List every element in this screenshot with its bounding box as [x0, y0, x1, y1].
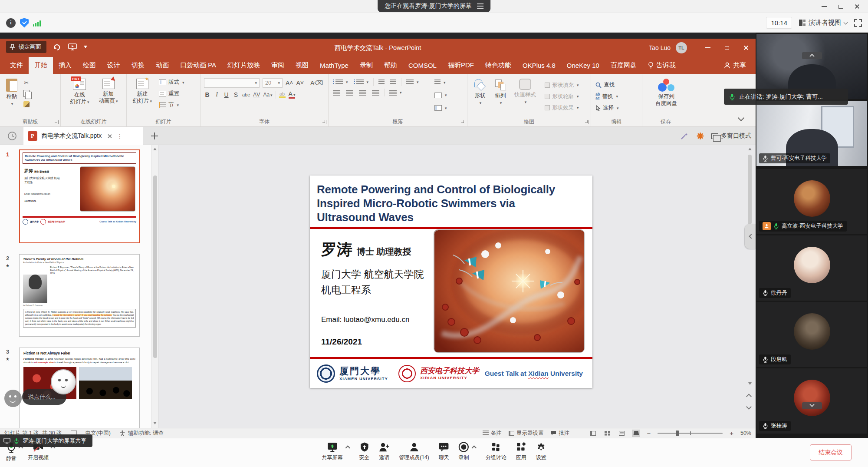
meeting-info-icon[interactable]: i — [6, 18, 16, 28]
tab-comsol[interactable]: COMSOL — [403, 57, 442, 74]
format-painter-button[interactable] — [22, 100, 31, 109]
underline-button[interactable]: U — [223, 91, 230, 98]
sidebar-collapse-handle[interactable] — [745, 224, 756, 249]
increase-indent-button[interactable] — [389, 79, 397, 86]
tab-pocket-animation[interactable]: 口袋动画 PA — [174, 57, 222, 74]
document-tab[interactable]: P 西电学术交流Talk.pptx ⋮ — [23, 127, 143, 145]
notes-button[interactable]: 备注 — [483, 430, 502, 437]
logo-strip[interactable]: 厦門大學 XIAMEN UNIVERSITY 西安电子科技大学 XIDIAN U… — [310, 359, 592, 388]
new-animation-page-button[interactable]: 新加动画页▾ — [96, 76, 121, 106]
font-dialog-launcher[interactable] — [322, 120, 326, 124]
zoom-in-button[interactable]: + — [730, 430, 733, 437]
decrease-indent-button[interactable] — [378, 79, 385, 86]
tab-special-features[interactable]: 特色功能 — [480, 57, 517, 74]
tab-slideshow[interactable]: 幻灯片放映 — [222, 57, 266, 74]
justify-button[interactable] — [371, 89, 380, 96]
tab-draw[interactable]: 绘图 — [77, 57, 102, 74]
layout-button[interactable]: 版式▾ — [158, 78, 185, 86]
plugin-flower-icon[interactable] — [697, 132, 704, 139]
normal-view-button[interactable] — [589, 430, 597, 436]
security-shield-icon[interactable] — [20, 18, 29, 28]
scroll-down-icon[interactable] — [153, 422, 157, 424]
display-settings-button[interactable]: 显示器设置 — [509, 430, 544, 437]
arrange-button[interactable]: 排列▾ — [492, 76, 509, 108]
align-text-button[interactable]: ▾ — [434, 92, 448, 99]
decrease-font-button[interactable]: A˅ — [296, 79, 304, 86]
tab-file[interactable]: 文件 — [4, 57, 29, 74]
scroll-up-icon[interactable] — [153, 148, 157, 150]
participant-tile[interactable]: 段启凯 — [756, 302, 867, 367]
fullscreen-icon[interactable] — [854, 19, 862, 27]
ppt-minimize-button[interactable] — [698, 39, 717, 57]
next-slide-button[interactable] — [747, 405, 752, 410]
collapse-tiles-button[interactable] — [802, 52, 822, 59]
collapse-ribbon-icon[interactable] — [738, 115, 745, 122]
document-tab-menu-icon[interactable]: ⋮ — [117, 133, 123, 139]
shape-outline-button[interactable]: 形状轮廓▾ — [544, 93, 580, 101]
tab-transitions[interactable]: 切换 — [126, 57, 150, 74]
tab-animations[interactable]: 动画 — [150, 57, 174, 74]
tab-record[interactable]: 录制 — [354, 57, 378, 74]
section-button[interactable]: 节▾ — [158, 101, 185, 109]
tab-foxit-pdf[interactable]: 福昕PDF — [442, 57, 480, 74]
comments-button[interactable]: 批注 — [550, 430, 569, 437]
zoom-slider[interactable] — [658, 433, 723, 434]
zoom-slider-thumb[interactable] — [676, 431, 679, 436]
shape-fill-button[interactable]: 形状填充▾ — [544, 81, 580, 89]
settings-button[interactable]: 设置 — [536, 442, 546, 461]
slide-thumbnail-3[interactable]: Fiction Is Not Always Fake! Fantastic Vo… — [19, 348, 140, 428]
emoji-button[interactable] — [4, 390, 22, 407]
lock-screen-button[interactable]: 锁定画面 — [6, 41, 46, 53]
tab-review[interactable]: 审阅 — [266, 57, 290, 74]
bold-button[interactable]: B — [204, 91, 210, 98]
slide-sorter-view-button[interactable] — [604, 430, 611, 436]
participant-tile[interactable]: 曹可-西安电子科技大学 — [756, 101, 867, 166]
align-center-button[interactable] — [345, 89, 354, 96]
clipboard-dialog-launcher[interactable] — [55, 120, 59, 124]
tab-baidu-netdisk[interactable]: 百度网盘 — [605, 57, 642, 74]
copy-button[interactable] — [22, 89, 31, 98]
strikethrough-button[interactable]: abe — [242, 92, 250, 97]
increase-font-button[interactable]: A˄ — [286, 79, 293, 86]
align-right-button[interactable] — [358, 89, 367, 96]
italic-button[interactable]: I — [214, 91, 220, 98]
share-options-icon[interactable] — [345, 445, 350, 450]
character-spacing-button[interactable]: A̲V̲ — [253, 92, 260, 98]
font-name-combo[interactable]: ▾ — [204, 78, 260, 88]
scroll-down-icon[interactable] — [748, 382, 752, 385]
vessel-illustration[interactable] — [434, 229, 585, 353]
tab-onekey[interactable]: OneKey 10 — [561, 57, 605, 74]
tab-design[interactable]: 设计 — [102, 57, 126, 74]
reset-button[interactable]: 重置 — [158, 89, 185, 98]
banner-menu-icon[interactable] — [477, 3, 483, 9]
highlight-color-button[interactable]: ab — [279, 91, 286, 98]
paste-button[interactable]: 粘贴▾ — [3, 76, 20, 109]
apps-button[interactable]: 应用 — [516, 442, 526, 461]
font-size-combo[interactable]: 20▾ — [263, 78, 283, 88]
tab-insert[interactable]: 插入 — [53, 57, 77, 74]
security-button[interactable]: 安全 — [359, 442, 369, 461]
magic-wand-icon[interactable] — [680, 132, 689, 140]
tab-help[interactable]: 帮助 — [378, 57, 403, 74]
clear-format-button[interactable]: A⌫ — [310, 79, 323, 86]
close-button[interactable] — [849, 0, 865, 13]
history-icon[interactable] — [7, 131, 17, 141]
participant-tile[interactable]: 徐丹丹 — [756, 235, 867, 301]
accessibility-status[interactable]: 辅助功能: 调查 — [119, 430, 164, 437]
smartart-convert-button[interactable]: ▾ — [434, 105, 448, 111]
record-options-icon[interactable] — [472, 445, 477, 450]
shape-effects-button[interactable]: 形状效果▾ — [544, 104, 580, 112]
multi-window-mode-button[interactable]: 多窗口模式 — [711, 132, 751, 140]
tab-mathtype[interactable]: MathType — [314, 57, 354, 74]
speaker-affiliation[interactable]: 厦门大学 航空航天学院 机电工程系 — [321, 267, 430, 298]
new-document-tab-button[interactable] — [150, 132, 159, 140]
speaker-name[interactable]: 罗涛博士 助理教授 — [321, 239, 411, 260]
ppt-restore-button[interactable] — [717, 39, 736, 57]
speaker-email[interactable]: Email: luotao@xmu.edu.cn — [321, 315, 409, 324]
shapes-button[interactable]: 形状▾ — [471, 76, 489, 108]
chat-button[interactable]: 聊天 — [439, 442, 449, 461]
line-spacing-button[interactable]: ▾ — [405, 79, 420, 86]
record-button[interactable]: 录制 — [459, 442, 469, 461]
share-button[interactable]: 共享 — [718, 57, 756, 74]
font-color-button[interactable]: A▾ — [289, 90, 296, 99]
